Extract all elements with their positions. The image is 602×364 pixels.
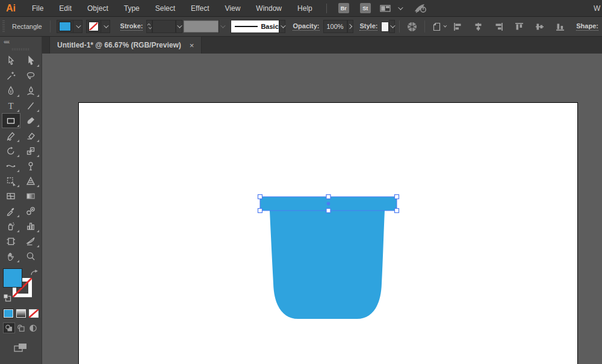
arrange-documents-chevron-icon[interactable] <box>398 7 402 10</box>
tool-type[interactable]: T <box>2 98 20 113</box>
menu-type[interactable]: Type <box>116 0 147 17</box>
tool-blend[interactable] <box>22 203 40 218</box>
drawing-modes <box>3 322 39 333</box>
active-tool-name: Rectangle <box>12 23 42 30</box>
stroke-style-chevron-icon[interactable] <box>279 20 286 33</box>
align-vcenter-icon[interactable] <box>532 20 547 33</box>
tool-free-transform[interactable] <box>2 173 20 188</box>
tool-perspective-grid[interactable] <box>22 173 40 188</box>
tool-gradient[interactable] <box>22 188 40 203</box>
tool-direct-selection[interactable] <box>22 53 40 68</box>
selection-handle-bottom-left[interactable] <box>258 209 262 213</box>
canvas-pasteboard[interactable] <box>42 54 602 364</box>
tool-paintbrush[interactable] <box>22 113 40 128</box>
style-link[interactable]: Style: <box>359 22 377 31</box>
menu-help[interactable]: Help <box>290 0 320 17</box>
stroke-weight-field[interactable] <box>152 20 176 33</box>
stroke-weight-chevron-icon[interactable] <box>176 20 182 33</box>
tool-zoom[interactable] <box>22 248 40 264</box>
color-button[interactable] <box>4 309 13 318</box>
tool-lasso[interactable] <box>22 68 40 83</box>
controlbar-grip[interactable] <box>2 20 5 32</box>
fill-color-chevron-icon[interactable] <box>73 20 82 33</box>
brush-definition-chevron-icon <box>219 20 225 33</box>
tool-artboard[interactable] <box>2 233 20 248</box>
toolbar-collapse-icon[interactable]: «« <box>0 37 42 45</box>
selection-center-point[interactable] <box>327 202 330 206</box>
tool-mesh[interactable] <box>2 188 20 203</box>
menu-edit[interactable]: Edit <box>51 0 79 17</box>
selection-handle-top-center[interactable] <box>326 195 330 199</box>
tool-puppet-warp[interactable] <box>22 158 40 173</box>
document-tab[interactable]: Untitled-1* @ 66.67% (RGB/Preview) × <box>49 37 202 54</box>
align-right-icon[interactable] <box>491 20 506 33</box>
arrange-documents-button[interactable] <box>380 4 391 13</box>
fill-color-swatch[interactable] <box>59 22 71 31</box>
graphic-style-swatch[interactable] <box>381 22 388 32</box>
menu-effect[interactable]: Effect <box>183 0 217 17</box>
swap-fill-stroke-icon[interactable] <box>30 268 38 279</box>
workspace-switcher-cut[interactable]: W <box>594 0 601 17</box>
draw-inside-icon[interactable] <box>27 322 39 333</box>
tool-selection[interactable] <box>2 53 20 68</box>
toolbar-grip[interactable] <box>12 48 30 51</box>
menu-file[interactable]: File <box>24 0 51 17</box>
default-fill-stroke-icon[interactable] <box>3 294 11 304</box>
stroke-color-chevron-icon[interactable] <box>101 20 110 33</box>
opacity-link[interactable]: Opacity: <box>293 22 319 31</box>
tool-width[interactable] <box>2 158 20 173</box>
change-screen-mode-icon[interactable] <box>0 342 42 354</box>
menu-window[interactable]: Window <box>248 0 290 17</box>
fill-indicator-swatch[interactable] <box>3 268 22 288</box>
tool-hand[interactable] <box>2 248 20 264</box>
stroke-weight-stepper[interactable] <box>146 20 152 33</box>
align-bottom-icon[interactable] <box>553 20 568 33</box>
tool-eyedropper[interactable] <box>2 203 20 218</box>
tool-symbol-sprayer[interactable] <box>2 218 20 233</box>
stock-button[interactable]: St <box>360 3 371 13</box>
menu-object[interactable]: Object <box>79 0 116 17</box>
tool-rectangle[interactable] <box>2 113 20 128</box>
tool-eraser[interactable] <box>22 128 40 143</box>
tool-rotate[interactable] <box>2 143 20 158</box>
opacity-expand-icon[interactable] <box>347 20 354 33</box>
tool-column-graph[interactable] <box>22 218 40 233</box>
tool-curvature[interactable] <box>22 83 40 98</box>
menubar-separator <box>326 4 327 13</box>
selection-handle-bottom-center[interactable] <box>326 209 330 213</box>
controlbar-separator <box>50 20 51 32</box>
draw-behind-icon[interactable] <box>15 322 27 333</box>
tool-magic-wand[interactable] <box>2 68 20 83</box>
menu-view[interactable]: View <box>217 0 249 17</box>
shape-link[interactable]: Shape: <box>576 22 598 31</box>
draw-normal-icon[interactable] <box>3 322 15 333</box>
tool-shaper[interactable] <box>2 128 20 143</box>
opacity-field[interactable]: 100% <box>323 20 347 33</box>
selection-handle-top-right[interactable] <box>395 195 399 199</box>
gpu-performance-icon[interactable] <box>414 3 428 14</box>
graphic-style-chevron-icon[interactable] <box>389 20 396 33</box>
app-logo-icon: Ai <box>6 3 16 14</box>
bridge-button[interactable]: Br <box>338 3 349 13</box>
recolor-artwork-icon[interactable] <box>404 20 420 34</box>
tool-pen[interactable] <box>2 83 20 98</box>
tool-scale[interactable] <box>22 143 40 158</box>
variable-width-profile-dropdown[interactable]: Basic <box>231 20 279 33</box>
stroke-panel-link[interactable]: Stroke: <box>120 22 143 31</box>
selection-handle-bottom-right[interactable] <box>395 209 399 213</box>
menu-select[interactable]: Select <box>147 0 183 17</box>
align-left-icon[interactable] <box>450 20 465 33</box>
align-to-dropdown[interactable] <box>429 20 448 33</box>
gradient-button[interactable] <box>16 309 26 318</box>
none-button[interactable] <box>29 309 39 318</box>
bucket-body-shape[interactable] <box>270 211 385 319</box>
align-center-icon[interactable] <box>471 20 486 33</box>
stroke-color-swatch[interactable] <box>88 22 99 31</box>
controlbar-separator <box>424 20 425 32</box>
selection-handle-top-left[interactable] <box>258 195 262 199</box>
tool-line-segment[interactable] <box>22 98 40 113</box>
tab-close-icon[interactable]: × <box>190 41 194 50</box>
tool-slice[interactable] <box>22 233 40 248</box>
align-top-icon[interactable] <box>512 20 527 33</box>
tool-grid: T <box>1 53 41 264</box>
